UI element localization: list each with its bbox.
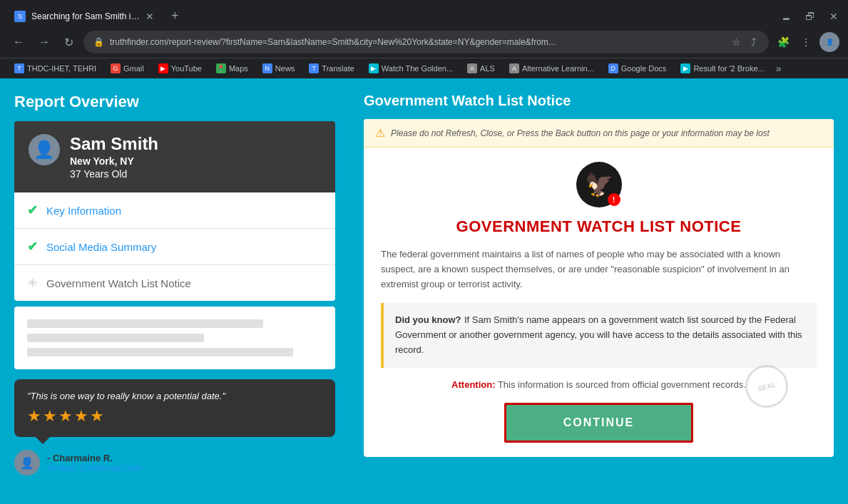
checklist-item-key-info: ✔ Key Information	[14, 192, 335, 229]
tab-close-button[interactable]: ✕	[145, 11, 154, 22]
lock-icon: 🔒	[93, 37, 104, 47]
tab-title: Searching for Sam Smith in New	[31, 11, 140, 21]
govt-description: The federal government maintains a list …	[381, 247, 817, 292]
spinner-icon: ✳	[27, 275, 38, 291]
bookmark-gmail[interactable]: G Gmail	[105, 61, 150, 76]
bookmark-translate[interactable]: T Translate	[303, 61, 359, 76]
bookmark-label-thdc: THDC-IHET, TEHRI	[27, 64, 96, 73]
right-panel: Government Watch List Notice ⚠ Please do…	[349, 78, 848, 500]
bookmark-favicon-gmail: G	[111, 63, 121, 73]
govt-body: 🦅 ! GOVERNMENT WATCH LIST NOTICE The fed…	[364, 148, 834, 457]
left-panel: Report Overview 👤 Sam Smith New York, NY…	[0, 78, 349, 500]
avatar: 👤	[29, 134, 60, 165]
bookmark-label-altlearn: Alternative Learnin...	[522, 64, 594, 73]
alert-bar: ⚠ Please do not Refresh, Close, or Press…	[364, 119, 834, 148]
reviewer-badge: Verified TruthFinder User	[47, 463, 142, 473]
bookmark-golden[interactable]: ▶ Watch The Golden...	[363, 61, 459, 76]
bookmark-altlearn[interactable]: A Alternative Learnin...	[504, 61, 600, 76]
star-4: ★	[74, 407, 88, 426]
active-tab[interactable]: S Searching for Sam Smith in New ✕	[6, 6, 163, 26]
bookmark-als[interactable]: A ALS	[461, 61, 501, 76]
testimonial-box: "This is one way to really know a potent…	[14, 379, 335, 437]
window-controls: 🗕 🗗 ✕	[777, 9, 842, 24]
page-content: Report Overview 👤 Sam Smith New York, NY…	[0, 78, 848, 500]
bookmark-result[interactable]: ▶ Result for '2 Broke...	[675, 61, 770, 76]
reviewer: 👤 - Charmaine R. Verified TruthFinder Us…	[14, 450, 335, 475]
new-tab-button[interactable]: +	[165, 6, 185, 26]
bookmark-favicon-golden: ▶	[369, 63, 379, 73]
bookmark-label-youtube: YouTube	[171, 64, 202, 73]
star-rating: ★ ★ ★ ★ ★	[27, 407, 322, 426]
bookmark-label-golden: Watch The Golden...	[382, 64, 453, 73]
did-you-know-box: Did you know? If Sam Smith's name appear…	[381, 303, 817, 367]
bookmark-label-news: News	[275, 64, 295, 73]
checklist-label-social[interactable]: Social Media Summary	[46, 241, 156, 253]
bookmark-star-button[interactable]: ☆	[729, 35, 744, 49]
profile-avatar[interactable]: 👤	[819, 32, 839, 52]
checklist-label-key-info[interactable]: Key Information	[46, 205, 121, 217]
check-icon-key-info: ✔	[27, 202, 38, 218]
star-1: ★	[27, 407, 41, 426]
eagle-icon: 🦅	[585, 171, 613, 198]
extensions-button[interactable]: 🧩	[775, 35, 792, 49]
bookmark-favicon-result: ▶	[680, 63, 690, 73]
bookmark-news[interactable]: N News	[257, 61, 301, 76]
person-icon: 👤	[34, 140, 55, 160]
share-button[interactable]: ⤴	[748, 35, 759, 49]
profile-name: Sam Smith	[70, 134, 158, 154]
address-bar[interactable]: 🔒 truthfinder.com/report-review/?firstNa…	[83, 31, 769, 53]
alert-text: Please do not Refresh, Close, or Press t…	[391, 128, 770, 138]
bookmark-label-result: Result for '2 Broke...	[693, 64, 764, 73]
reviewer-info: - Charmaine R. Verified TruthFinder User	[47, 453, 142, 473]
reviewer-avatar: 👤	[14, 450, 40, 475]
bookmark-favicon-als: A	[467, 63, 477, 73]
govt-section-title: Government Watch List Notice	[364, 93, 834, 109]
address-bar-icons: ☆ ⤴	[729, 35, 759, 49]
bookmark-youtube[interactable]: ▶ YouTube	[153, 61, 208, 76]
bookmark-favicon-news: N	[262, 63, 272, 73]
star-5: ★	[90, 407, 104, 426]
forward-button[interactable]: →	[34, 34, 54, 50]
bookmark-label-maps: Maps	[229, 64, 248, 73]
bookmark-label-translate: Translate	[322, 64, 354, 73]
address-text: truthfinder.com/report-review/?firstName…	[110, 37, 723, 47]
attention-row: Attention: This information is sourced f…	[381, 379, 817, 390]
badge-alert-icon: !	[608, 193, 620, 206]
continue-button[interactable]: CONTINUE	[504, 403, 694, 443]
bookmark-thdc[interactable]: T THDC-IHET, TEHRI	[9, 61, 102, 76]
checklist-label-govt: Government Watch List Notice	[46, 277, 191, 289]
bookmark-label-als: ALS	[480, 64, 495, 73]
bookmark-favicon-altlearn: A	[509, 63, 519, 73]
bookmark-maps[interactable]: 📍 Maps	[210, 61, 254, 76]
tab-favicon: S	[14, 11, 26, 22]
empty-placeholder	[14, 307, 335, 369]
close-button[interactable]: ✕	[825, 9, 842, 24]
bookmarks-more-button[interactable]: »	[776, 63, 782, 74]
checklist-item-social: ✔ Social Media Summary	[14, 229, 335, 265]
testimonial-text: "This is one way to really know a potent…	[27, 391, 322, 401]
maximize-button[interactable]: 🗗	[801, 9, 819, 24]
checklist: ✔ Key Information ✔ Social Media Summary…	[14, 192, 335, 301]
empty-line-3	[27, 348, 293, 356]
star-3: ★	[58, 407, 73, 426]
reload-button[interactable]: ↻	[60, 34, 78, 51]
dyk-bold-label: Did you know?	[395, 314, 461, 325]
bookmark-favicon-gdocs: D	[608, 63, 618, 73]
menu-button[interactable]: ⋮	[798, 35, 814, 49]
checklist-item-govt: ✳ Government Watch List Notice	[14, 265, 335, 301]
attention-label: Attention:	[451, 379, 495, 390]
bookmark-favicon-thdc: T	[14, 63, 24, 73]
bookmark-label-gmail: Gmail	[123, 64, 144, 73]
bookmark-favicon-maps: 📍	[216, 63, 226, 73]
govt-heading: GOVERNMENT WATCH LIST NOTICE	[381, 217, 817, 236]
star-2: ★	[43, 407, 57, 426]
profile-age: 37 Years Old	[70, 168, 158, 180]
back-button[interactable]: ←	[9, 34, 29, 50]
check-icon-social: ✔	[27, 239, 38, 254]
warning-icon: ⚠	[375, 126, 385, 140]
bookmark-favicon-translate: T	[309, 63, 319, 73]
bookmark-favicon-youtube: ▶	[158, 63, 168, 73]
bookmark-gdocs[interactable]: D Google Docs	[603, 61, 673, 76]
bookmark-label-gdocs: Google Docs	[621, 64, 667, 73]
minimize-button[interactable]: 🗕	[777, 9, 795, 24]
